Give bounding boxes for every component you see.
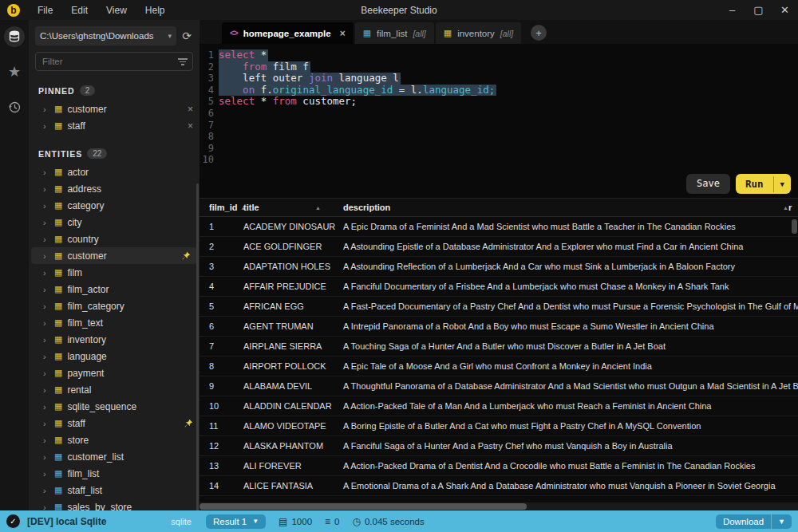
chevron-right-icon[interactable]: ›	[43, 368, 49, 378]
table-row[interactable]: 14ALICE FANTASIAA Emotional Drama of a A…	[200, 476, 798, 496]
entity-item-sqlite_sequence[interactable]: ›▦sqlite_sequence	[29, 398, 200, 415]
connection-status[interactable]: ✓ [DEV] local Sqlite sqlite	[0, 514, 200, 528]
column-header-description[interactable]: description▲	[343, 203, 788, 212]
tab-inventory[interactable]: ▦inventory[all]	[436, 22, 521, 44]
new-tab-button[interactable]: +	[531, 25, 547, 41]
table-row[interactable]: 9ALABAMA DEVILA Thoughtful Panorama of a…	[200, 376, 798, 396]
table-row[interactable]: 2ACE GOLDFINGERA Astounding Epistle of a…	[200, 237, 798, 257]
result-selector[interactable]: Result 1▼	[206, 514, 266, 529]
cell-film-id: 5	[200, 301, 243, 311]
chevron-right-icon[interactable]: ›	[43, 486, 49, 495]
connection-selector[interactable]: C:\Users\ghstng\Downloads ▾	[35, 26, 176, 45]
run-dropdown-caret-icon[interactable]: ▼	[773, 176, 791, 192]
maximize-button[interactable]: ▢	[745, 0, 772, 20]
save-button[interactable]: Save	[686, 174, 730, 194]
tab-homepage_example[interactable]: <>homepage_example×	[222, 22, 354, 44]
view-icon: ▦	[54, 469, 62, 478]
sql-editor[interactable]: 1select *2 from film f3 left outer join …	[200, 44, 798, 198]
chevron-right-icon[interactable]: ›	[43, 402, 49, 412]
tab-film_list[interactable]: ▦film_list[all]	[355, 22, 434, 44]
entity-item-film_category[interactable]: ›▦film_category	[29, 298, 200, 314]
entity-item-customer_list[interactable]: ›▦customer_list	[29, 448, 200, 465]
chevron-right-icon[interactable]: ›	[43, 268, 49, 278]
entity-item-film_actor[interactable]: ›▦film_actor	[29, 281, 200, 298]
unpin-icon[interactable]: ×	[188, 104, 193, 115]
chevron-right-icon[interactable]: ›	[43, 234, 49, 244]
entity-item-staff_list[interactable]: ›▦staff_list	[29, 482, 200, 499]
chevron-right-icon[interactable]: ›	[43, 435, 49, 445]
column-header-partial[interactable]: r	[788, 203, 798, 212]
entity-item-film[interactable]: ›▦film	[29, 264, 200, 281]
chevron-right-icon[interactable]: ›	[43, 452, 49, 462]
unpin-icon[interactable]: ×	[188, 120, 193, 132]
entity-item-store[interactable]: ›▦store	[29, 432, 200, 448]
entity-item-customer[interactable]: ›▦customer	[31, 247, 197, 264]
table-row[interactable]: 4AFFAIR PREJUDICEA Fanciful Documentary …	[200, 277, 798, 297]
favorites-star-icon[interactable]: ★	[4, 61, 25, 82]
menu-file[interactable]: File	[38, 5, 53, 16]
refresh-icon[interactable]: ⟳	[180, 30, 193, 42]
chevron-right-icon[interactable]: ›	[43, 218, 49, 227]
entity-item-city[interactable]: ›▦city	[29, 214, 200, 231]
run-button[interactable]: Run ▼	[736, 174, 791, 194]
entity-item-inventory[interactable]: ›▦inventory	[29, 331, 200, 348]
entity-item-payment[interactable]: ›▦payment	[29, 365, 200, 381]
download-button[interactable]: Download	[716, 514, 771, 529]
entity-item-actor[interactable]: ›▦actor	[29, 164, 200, 180]
horizontal-scrollbar[interactable]	[200, 502, 798, 510]
table-icon: ▦	[54, 318, 62, 327]
close-icon[interactable]: ×	[340, 28, 346, 39]
entity-item-address[interactable]: ›▦address	[29, 180, 200, 197]
table-row[interactable]: 6AGENT TRUMANA Intrepid Panorama of a Ro…	[200, 317, 798, 337]
chevron-right-icon[interactable]: ›	[43, 385, 49, 395]
chevron-right-icon[interactable]: ›	[43, 251, 49, 261]
entity-item-country[interactable]: ›▦country	[29, 231, 200, 247]
entity-item-language[interactable]: ›▦language	[29, 348, 200, 365]
chevron-right-icon[interactable]: ›	[43, 121, 49, 131]
chevron-right-icon[interactable]: ›	[43, 201, 49, 211]
chevron-right-icon[interactable]: ›	[43, 318, 49, 328]
vertical-scrollbar[interactable]	[792, 219, 797, 234]
menu-help[interactable]: Help	[145, 5, 165, 16]
app-logo-icon: b	[7, 4, 20, 17]
entity-item-category[interactable]: ›▦category	[29, 197, 200, 214]
history-icon[interactable]	[4, 97, 25, 117]
chevron-right-icon[interactable]: ›	[43, 184, 49, 194]
table-row[interactable]: 3ADAPTATION HOLESA Astounding Reflection…	[200, 257, 798, 277]
download-dropdown-caret-icon[interactable]: ▼	[771, 514, 792, 529]
chevron-right-icon[interactable]: ›	[43, 352, 49, 361]
close-button[interactable]: ✕	[772, 0, 798, 20]
table-row[interactable]: 13ALI FOREVERA Action-Packed Drama of a …	[200, 456, 798, 476]
chevron-right-icon[interactable]: ›	[43, 301, 49, 311]
chevron-right-icon[interactable]: ›	[43, 167, 49, 177]
entity-item-film_text[interactable]: ›▦film_text	[29, 314, 200, 331]
chevron-right-icon[interactable]: ›	[43, 285, 49, 294]
chevron-right-icon[interactable]: ›	[43, 104, 49, 114]
table-row[interactable]: 11ALAMO VIDEOTAPEA Boring Epistle of a B…	[200, 416, 798, 436]
table-row[interactable]: 5AFRICAN EGGA Fast-Paced Documentary of …	[200, 297, 798, 317]
entity-item-rental[interactable]: ›▦rental	[29, 381, 200, 398]
pinned-item-customer[interactable]: ›▦customer×	[29, 100, 200, 117]
column-header-title[interactable]: title▲	[243, 203, 343, 212]
menu-edit[interactable]: Edit	[71, 5, 88, 16]
table-row[interactable]: 7AIRPLANE SIERRAA Touching Saga of a Hun…	[200, 337, 798, 357]
entity-item-staff[interactable]: ›▦staff	[29, 415, 200, 432]
minimize-button[interactable]: –	[719, 0, 745, 20]
menu-view[interactable]: View	[106, 5, 127, 16]
table-row[interactable]: 8AIRPORT POLLOCKA Epic Tale of a Moose A…	[200, 357, 798, 376]
chevron-right-icon[interactable]: ›	[43, 469, 49, 479]
chevron-right-icon[interactable]: ›	[43, 502, 49, 511]
filter-input[interactable]	[35, 52, 193, 71]
column-header-film-id[interactable]: film_id▲	[200, 203, 243, 212]
table-row[interactable]: 1ACADEMY DINOSAURA Epic Drama of a Femin…	[200, 217, 798, 237]
sidebar-scrollbar[interactable]	[196, 183, 199, 510]
chevron-right-icon[interactable]: ›	[43, 419, 49, 428]
pinned-item-staff[interactable]: ›▦staff×	[29, 117, 200, 134]
chevron-right-icon[interactable]: ›	[43, 335, 49, 345]
table-row[interactable]: 10ALADDIN CALENDARA Action-Packed Tale o…	[200, 396, 798, 416]
entity-item-sales_by_store[interactable]: ›▦sales_by_store	[29, 499, 200, 510]
database-icon[interactable]	[4, 26, 25, 47]
entity-item-film_list[interactable]: ›▦film_list	[29, 465, 200, 482]
scrollbar-thumb[interactable]	[200, 503, 527, 510]
table-row[interactable]: 12ALASKA PHANTOMA Fanciful Saga of a Hun…	[200, 436, 798, 456]
